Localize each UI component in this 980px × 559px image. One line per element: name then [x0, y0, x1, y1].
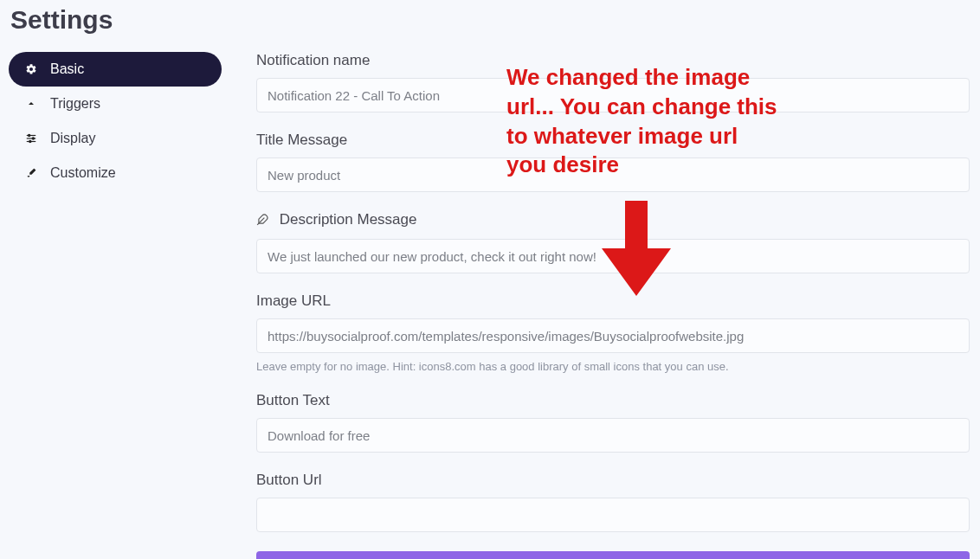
chevron-up-icon — [24, 97, 38, 111]
feather-icon — [256, 213, 273, 229]
image-url-input[interactable] — [256, 318, 970, 353]
notification-name-label: Notification name — [256, 52, 970, 69]
gear-icon — [24, 62, 38, 76]
notification-name-input[interactable] — [256, 78, 970, 112]
image-url-label: Image URL — [256, 292, 970, 310]
sidebar-item-label: Customize — [50, 165, 116, 181]
sidebar-item-label: Basic — [50, 61, 84, 77]
svg-point-3 — [29, 134, 30, 136]
sidebar-item-display[interactable]: Display — [9, 121, 222, 156]
update-button[interactable]: Update — [256, 551, 970, 559]
button-url-label: Button Url — [256, 472, 970, 489]
image-url-hint: Leave empty for no image. Hint: icons8.c… — [256, 360, 970, 373]
svg-point-5 — [29, 140, 31, 142]
button-text-label: Button Text — [256, 392, 970, 409]
description-message-label: Description Message — [256, 211, 970, 230]
description-message-input[interactable] — [256, 239, 970, 273]
sliders-icon — [24, 132, 38, 145]
sidebar-item-label: Triggers — [50, 96, 100, 112]
page-title: Settings — [0, 0, 980, 52]
button-url-input[interactable] — [256, 498, 970, 532]
settings-form: Notification name Title Message Descript… — [230, 52, 980, 559]
title-message-input[interactable] — [256, 157, 970, 192]
brush-icon — [24, 166, 38, 180]
button-text-input[interactable] — [256, 418, 970, 453]
svg-point-4 — [32, 138, 34, 139]
title-message-label: Title Message — [256, 132, 970, 149]
sidebar-item-label: Display — [50, 131, 95, 146]
sidebar-item-basic[interactable]: Basic — [9, 52, 222, 87]
sidebar-item-triggers[interactable]: Triggers — [9, 87, 222, 121]
settings-sidebar: Basic Triggers Display Customize — [0, 52, 230, 190]
sidebar-item-customize[interactable]: Customize — [9, 156, 222, 190]
